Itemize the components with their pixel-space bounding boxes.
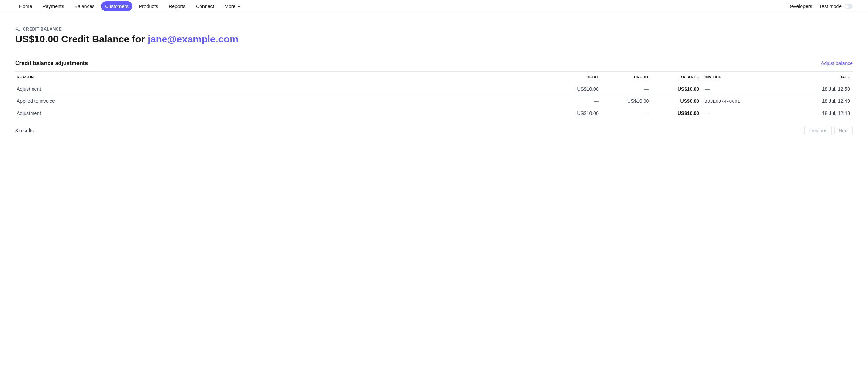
cell-reason: Applied to invoice [15,95,551,107]
svg-point-2 [18,30,20,31]
cell-debit: US$10.00 [551,83,602,95]
cell-reason: Adjustment [15,107,551,119]
test-mode-toggle[interactable] [844,4,853,9]
adjust-balance-button[interactable]: Adjust balance [821,60,853,66]
svg-rect-0 [16,28,18,28]
table-footer: 3 results Previous Next [15,126,853,135]
nav-more-label: More [224,3,235,9]
th-date: DATE [769,72,853,83]
pager: Previous Next [804,126,853,135]
th-debit: DEBIT [551,72,602,83]
th-credit: CREDIT [602,72,652,83]
cell-credit: — [602,83,652,95]
nav-connect[interactable]: Connect [192,1,218,11]
page-label: CREDIT BALANCE [15,27,853,32]
nav-payments[interactable]: Payments [39,1,68,11]
cell-reason: Adjustment [15,83,551,95]
nav-left: Home Payments Balances Customers Product… [15,1,245,11]
nav-balances[interactable]: Balances [71,1,99,11]
nav-right: Developers Test mode [788,3,853,9]
cell-date: 18 Jul, 12:50 [769,83,853,95]
th-balance: BALANCE [652,72,702,83]
th-invoice: INVOICE [702,72,769,83]
nav-customers[interactable]: Customers [101,1,132,11]
test-mode-toggle-group: Test mode [819,3,853,9]
cell-debit: — [551,95,602,107]
nav-developers[interactable]: Developers [788,3,812,9]
credit-balance-icon [15,27,20,32]
nav-home[interactable]: Home [15,1,36,11]
next-button[interactable]: Next [834,126,853,135]
cell-balance: US$10.00 [652,107,702,119]
table-row[interactable]: Adjustment US$10.00 — US$10.00 — 18 Jul,… [15,107,853,119]
cell-invoice: — [702,83,769,95]
page-title-prefix: US$10.00 Credit Balance for [15,34,148,44]
cell-invoice: 3D3E0D74-0001 [702,95,769,107]
cell-balance: US$10.00 [652,83,702,95]
th-reason: REASON [15,72,551,83]
adjustments-table: REASON DEBIT CREDIT BALANCE INVOICE DATE… [15,71,853,119]
svg-rect-1 [16,29,18,30]
cell-date: 18 Jul, 12:49 [769,95,853,107]
toggle-knob [845,5,849,8]
test-mode-label: Test mode [819,3,842,9]
table-row[interactable]: Adjustment US$10.00 — US$10.00 — 18 Jul,… [15,83,853,95]
cell-credit: — [602,107,652,119]
section-title: Credit balance adjustments [15,60,88,66]
cell-balance: US$0.00 [652,95,702,107]
page-title-email-link[interactable]: jane@example.com [148,34,238,44]
chevron-down-icon [237,5,241,8]
page-label-text: CREDIT BALANCE [23,27,62,32]
table-row[interactable]: Applied to invoice — US$10.00 US$0.00 3D… [15,95,853,107]
cell-credit: US$10.00 [602,95,652,107]
cell-invoice: — [702,107,769,119]
page-content: CREDIT BALANCE US$10.00 Credit Balance f… [0,13,868,149]
nav-products[interactable]: Products [135,1,162,11]
section-header: Credit balance adjustments Adjust balanc… [15,60,853,66]
nav-more[interactable]: More [221,1,245,11]
previous-button[interactable]: Previous [804,126,832,135]
results-count: 3 results [15,128,34,133]
cell-date: 18 Jul, 12:48 [769,107,853,119]
cell-debit: US$10.00 [551,107,602,119]
page-title: US$10.00 Credit Balance for jane@example… [15,34,853,45]
nav-reports[interactable]: Reports [165,1,189,11]
top-nav: Home Payments Balances Customers Product… [0,0,868,13]
